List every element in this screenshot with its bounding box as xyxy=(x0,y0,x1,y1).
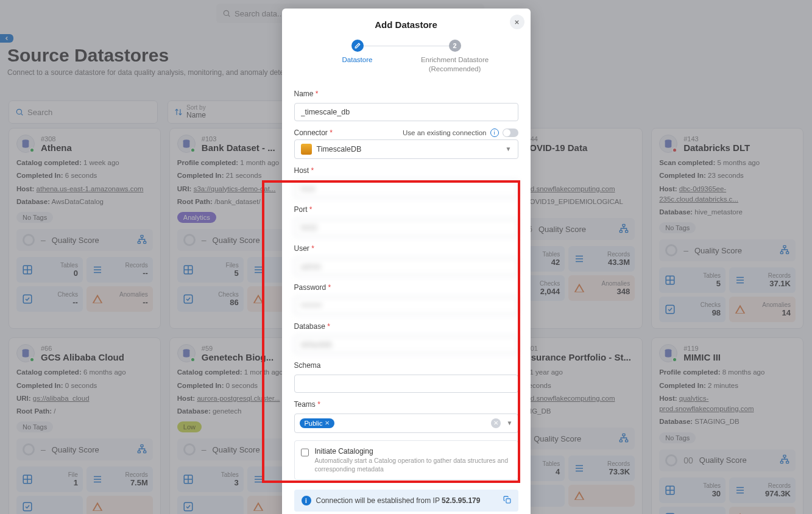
card-meta: Profile completed: 8 months ago xyxy=(659,367,796,378)
port-input[interactable] xyxy=(294,219,518,237)
stat-tile[interactable]: Tables0 xyxy=(16,257,83,283)
quality-score-row[interactable]: – Quality Score xyxy=(659,239,796,261)
copy-ip-button[interactable] xyxy=(503,496,511,505)
stat-tile[interactable] xyxy=(16,496,83,514)
stat-tile[interactable]: Checks98 xyxy=(659,297,726,322)
database-icon xyxy=(182,139,191,149)
initiate-cataloging-title: Initiate Cataloging xyxy=(315,447,512,456)
stat-tile[interactable]: Tables3 xyxy=(177,466,244,492)
tag[interactable]: No Tags xyxy=(16,212,53,223)
stat-tile[interactable] xyxy=(568,485,635,507)
team-chip-public[interactable]: Public ✕ xyxy=(300,418,335,428)
datastore-card[interactable]: #119 MIMIC III Profile completed: 8 mont… xyxy=(651,337,803,514)
score-value: – xyxy=(202,445,207,454)
initiate-cataloging-option[interactable]: Initiate Cataloging Automatically start … xyxy=(294,440,518,480)
stat-tile[interactable] xyxy=(659,507,726,515)
stat-tile[interactable]: Anomalies-- xyxy=(86,286,153,312)
svg-rect-27 xyxy=(184,295,192,303)
search-input[interactable]: Search xyxy=(9,100,158,124)
stat-tile[interactable]: Files5 xyxy=(177,257,244,283)
stat-tile[interactable]: Records974.3K xyxy=(729,477,796,503)
records-icon xyxy=(734,274,746,286)
schema-input[interactable] xyxy=(294,375,518,393)
card-meta: Database: STAGING_DB xyxy=(659,417,796,427)
step-datastore[interactable]: Datastore xyxy=(309,40,406,65)
info-icon[interactable]: i xyxy=(490,128,499,137)
stat-tile[interactable]: Records-- xyxy=(86,257,153,283)
datastore-card[interactable]: #66 GCS Alibaba Cloud Catalog completed:… xyxy=(9,337,161,514)
score-ring-icon xyxy=(665,244,677,256)
score-value: 00 xyxy=(683,456,693,465)
copy-icon xyxy=(503,496,511,504)
stat-tile[interactable]: Tables5 xyxy=(659,267,726,293)
close-button[interactable] xyxy=(510,15,524,29)
tag[interactable]: Low xyxy=(177,421,202,432)
status-dot xyxy=(672,357,677,362)
stat-tile[interactable] xyxy=(86,496,153,514)
stat-tile[interactable]: Anomalies14 xyxy=(729,297,796,322)
sort-by-value: Name xyxy=(186,111,206,119)
records-icon xyxy=(573,462,585,474)
host-input[interactable] xyxy=(294,180,518,198)
remove-chip-icon[interactable]: ✕ xyxy=(325,420,330,426)
database-input[interactable] xyxy=(294,336,518,354)
password-input[interactable] xyxy=(294,297,518,315)
quality-score-row[interactable]: – Quality Score xyxy=(16,229,153,251)
user-label: User xyxy=(294,244,518,253)
stat-tile[interactable] xyxy=(729,507,796,515)
checks-icon xyxy=(664,512,676,515)
card-id: #143 xyxy=(683,135,750,143)
add-datastore-modal: Add Datastore Datastore 2 Enrichment Dat… xyxy=(282,9,531,514)
tag[interactable]: No Tags xyxy=(659,222,696,233)
svg-rect-49 xyxy=(666,306,674,314)
tree-icon[interactable] xyxy=(137,444,147,456)
stat-tile[interactable]: Records73.3K xyxy=(568,456,635,481)
back-button[interactable] xyxy=(0,34,13,43)
status-dot xyxy=(29,357,35,362)
tree-icon[interactable] xyxy=(780,454,789,466)
card-meta: Database: AwsDataCatalog xyxy=(16,197,153,207)
tag[interactable]: Analytics xyxy=(177,212,216,223)
quality-score-row[interactable]: 00 Quality Score xyxy=(659,449,796,471)
quality-score-row[interactable]: – Quality Score xyxy=(16,438,153,460)
svg-rect-53 xyxy=(143,451,146,452)
tag[interactable]: No Tags xyxy=(16,421,53,432)
stat-tile[interactable]: Records7.5M xyxy=(86,466,153,492)
score-ring-icon xyxy=(183,234,196,246)
initiate-cataloging-checkbox[interactable] xyxy=(301,448,309,457)
tree-icon[interactable] xyxy=(619,224,629,235)
stat-tile[interactable] xyxy=(177,496,244,514)
stat-tile[interactable]: Records37.1K xyxy=(729,267,796,293)
table-icon xyxy=(664,274,676,286)
svg-rect-42 xyxy=(786,252,789,253)
initiate-cataloging-desc: Automatically start a Catalog operation … xyxy=(315,457,512,473)
score-ring-icon xyxy=(23,443,35,456)
stat-tile[interactable]: Records43.3M xyxy=(568,246,635,272)
datastore-card[interactable]: #143 Databricks DLT Scan completed: 5 mo… xyxy=(651,128,803,329)
tree-icon[interactable] xyxy=(137,234,147,246)
tree-icon[interactable] xyxy=(780,245,789,256)
connector-select[interactable]: TimescaleDB ▼ xyxy=(294,139,518,159)
score-value: – xyxy=(683,245,688,255)
card-name: Genetech Biog... xyxy=(202,352,274,362)
use-existing-label: Use an existing connection xyxy=(403,129,486,136)
score-label: Quality Score xyxy=(52,236,131,245)
datastore-card[interactable]: #308 Athena Catalog completed: 1 week ag… xyxy=(9,128,161,329)
teams-select[interactable]: Public ✕ ✕ ▼ xyxy=(294,414,518,433)
ip-banner-text: Connection will be established from IP 5… xyxy=(316,496,481,505)
tag[interactable]: No Tags xyxy=(659,432,696,443)
card-name: MIMIC III xyxy=(683,352,721,362)
stat-tile[interactable]: Anomalies348 xyxy=(568,275,635,301)
stat-tile[interactable]: File1 xyxy=(16,466,83,492)
stat-tile[interactable]: Tables30 xyxy=(659,477,726,503)
name-input[interactable] xyxy=(294,103,518,121)
clear-teams-button[interactable]: ✕ xyxy=(491,418,501,428)
table-icon xyxy=(182,264,194,276)
stat-tile[interactable]: Checks86 xyxy=(177,286,244,312)
step-enrichment[interactable]: 2 Enrichment Datastore(Recommended) xyxy=(406,40,504,74)
tree-icon[interactable] xyxy=(619,433,629,445)
stat-tile[interactable]: Checks-- xyxy=(16,286,83,312)
use-existing-toggle[interactable] xyxy=(503,128,518,137)
records-icon xyxy=(252,264,264,276)
user-input[interactable] xyxy=(294,258,518,276)
